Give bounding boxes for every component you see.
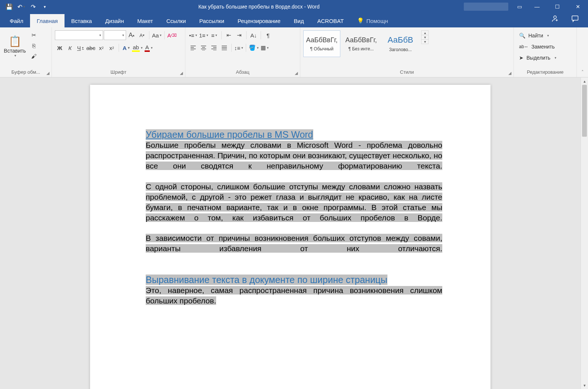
cut-icon[interactable]: ✂ — [29, 30, 39, 40]
window-title: Как убрать большие пробелы в Ворде.docx … — [54, 4, 464, 10]
tab-layout[interactable]: Макет — [131, 14, 159, 27]
tab-view[interactable]: Вид — [287, 14, 311, 27]
tab-acrobat[interactable]: ACROBAT — [311, 14, 350, 27]
format-painter-icon[interactable]: 🖌 — [29, 51, 39, 61]
collapse-ribbon-icon[interactable]: ˄ — [577, 27, 588, 77]
multilevel-list-icon[interactable]: ≡▾ — [209, 30, 219, 40]
text-effects-icon[interactable]: A▾ — [121, 43, 131, 53]
doc-paragraph-2[interactable]: С одной стороны, слишком большие отступы… — [146, 182, 442, 222]
ribbon-display-icon[interactable]: ▭ — [512, 0, 527, 13]
undo-icon[interactable]: ↶▾ — [16, 1, 27, 12]
style-normal[interactable]: АаБбВвГг, ¶ Обычный — [303, 30, 340, 57]
dialog-launcher-icon[interactable]: ◢ — [295, 71, 298, 76]
doc-paragraph-3[interactable]: В зависимости от причины возникновения б… — [146, 234, 442, 253]
dialog-launcher-icon[interactable]: ◢ — [508, 71, 511, 76]
change-case-icon[interactable]: Aa▾ — [152, 30, 162, 40]
scroll-up-icon[interactable]: ▴ — [581, 77, 588, 85]
scroll-thumb[interactable] — [582, 85, 587, 137]
align-center-icon[interactable] — [199, 43, 208, 53]
tab-home[interactable]: Главная — [30, 14, 65, 27]
qat-customize-icon[interactable]: ▾ — [39, 1, 50, 12]
align-left-icon[interactable] — [188, 43, 198, 53]
doc-paragraph-4[interactable]: Это, наверное, самая распространенная пр… — [146, 286, 442, 305]
search-icon: 🔍 — [519, 33, 525, 39]
justify-icon[interactable] — [219, 43, 229, 53]
copy-icon[interactable]: ⎘ — [29, 41, 39, 50]
svg-point-0 — [554, 16, 556, 19]
styles-scroll-down-icon[interactable]: ▾ — [422, 35, 428, 40]
sort-icon[interactable]: A↓ — [249, 30, 258, 40]
styles-gallery-nav: ▴ ▾ ▾ — [421, 30, 429, 44]
shading-icon[interactable]: 🪣▾ — [248, 43, 259, 53]
style-name: ¶ Без инте... — [348, 46, 374, 51]
bullets-icon[interactable]: •≡▾ — [188, 30, 198, 40]
font-color-icon[interactable]: A▾ — [144, 43, 153, 53]
tab-review[interactable]: Рецензирование — [231, 14, 287, 27]
clipboard-icon: 📋 — [8, 34, 22, 48]
tell-me-label: Помощн — [366, 18, 388, 24]
strikethrough-button[interactable]: abc — [86, 43, 96, 53]
doc-heading-2[interactable]: Выравнивание текста в документе по ширин… — [146, 275, 387, 285]
tab-insert[interactable]: Вставка — [65, 14, 99, 27]
account-badge[interactable] — [464, 3, 508, 11]
tab-mailings[interactable]: Рассылки — [192, 14, 231, 27]
italic-button[interactable]: К — [65, 43, 75, 53]
share-icon[interactable] — [545, 11, 565, 27]
subscript-button[interactable]: x2 — [96, 43, 106, 53]
style-no-spacing[interactable]: АаБбВвГг, ¶ Без инте... — [343, 30, 380, 57]
style-preview: АаБбВ — [388, 35, 413, 45]
styles-scroll-up-icon[interactable]: ▴ — [422, 31, 428, 35]
comments-icon[interactable] — [565, 11, 585, 27]
superscript-button[interactable]: x2 — [107, 43, 116, 53]
font-size-combo[interactable]: ▾ — [104, 30, 126, 40]
quick-access-toolbar: 💾 ↶▾ ↷ ▾ — [0, 1, 54, 12]
tab-references[interactable]: Ссылки — [160, 14, 193, 27]
select-button[interactable]: ➤ Выделить ▾ — [517, 53, 559, 63]
replace-button[interactable]: ab↔ Заменить — [517, 41, 557, 52]
decrease-indent-icon[interactable]: ⇤ — [224, 30, 234, 40]
style-heading1[interactable]: АаБбВ Заголово... — [382, 30, 419, 57]
select-label: Выделить — [526, 55, 551, 61]
paste-button[interactable]: 📋 Вставить ▾ — [3, 29, 27, 63]
dialog-launcher-icon[interactable]: ◢ — [180, 71, 183, 76]
tell-me-field[interactable]: 💡 Помощн — [350, 14, 394, 27]
underline-button[interactable]: Ч▾ — [76, 43, 85, 53]
style-preview: АаБбВвГг, — [345, 36, 377, 44]
ribbon-tabs: Файл Главная Вставка Дизайн Макет Ссылки… — [0, 13, 588, 27]
clear-formatting-icon[interactable]: A⌫ — [167, 30, 177, 40]
bold-button[interactable]: Ж — [55, 43, 65, 53]
ribbon: 📋 Вставить ▾ ✂ ⎘ 🖌 Буфер обм... ◢ ▾ ▾ A▴… — [0, 27, 588, 77]
group-label-clipboard: Буфер обм... ◢ — [3, 69, 49, 76]
grow-font-icon[interactable]: A▴ — [127, 30, 136, 40]
find-button[interactable]: 🔍 Найти ▾ — [517, 30, 551, 41]
minimize-icon[interactable]: — — [527, 0, 547, 13]
lightbulb-icon: 💡 — [357, 17, 364, 24]
align-right-icon[interactable] — [209, 43, 219, 53]
save-icon[interactable]: 💾 — [4, 1, 15, 12]
line-spacing-icon[interactable]: ↕≡▾ — [234, 43, 244, 53]
doc-heading-1[interactable]: Убираем большие пробелы в MS Word — [146, 129, 313, 140]
borders-icon[interactable]: ▦▾ — [260, 43, 270, 53]
tab-design[interactable]: Дизайн — [99, 14, 131, 27]
styles-expand-icon[interactable]: ▾ — [422, 40, 428, 44]
style-preview: АаБбВвГг, — [306, 36, 337, 44]
scroll-down-icon[interactable]: ▾ — [581, 382, 588, 389]
font-name-combo[interactable]: ▾ — [55, 30, 103, 40]
redo-icon[interactable]: ↷ — [27, 1, 39, 12]
page-scroll-area[interactable]: Убираем большие пробелы в MS Word Больши… — [0, 77, 581, 389]
group-font: ▾ ▾ A▴ A▾ Aa▾ A⌫ Ж К Ч▾ abc x2 x2 A▾ ab▾… — [52, 27, 185, 77]
shrink-font-icon[interactable]: A▾ — [137, 30, 147, 40]
doc-paragraph-1[interactable]: Большие пробелы между словами в Microsof… — [146, 141, 442, 170]
group-editing: 🔍 Найти ▾ ab↔ Заменить ➤ Выделить ▾ Реда… — [514, 27, 577, 77]
tab-file[interactable]: Файл — [3, 14, 30, 27]
numbering-icon[interactable]: 1≡▾ — [199, 30, 209, 40]
group-label-editing: Редактирование — [517, 69, 574, 76]
highlight-icon[interactable]: ab▾ — [132, 43, 143, 53]
show-marks-icon[interactable]: ¶ — [263, 30, 273, 40]
document-page[interactable]: Убираем большие пробелы в MS Word Больши… — [90, 85, 490, 389]
increase-indent-icon[interactable]: ⇥ — [234, 30, 244, 40]
group-label-paragraph: Абзац ◢ — [188, 69, 297, 76]
vertical-scrollbar[interactable]: ▴ ▾ — [581, 77, 588, 389]
dialog-launcher-icon[interactable]: ◢ — [46, 71, 49, 76]
find-label: Найти — [528, 33, 543, 39]
